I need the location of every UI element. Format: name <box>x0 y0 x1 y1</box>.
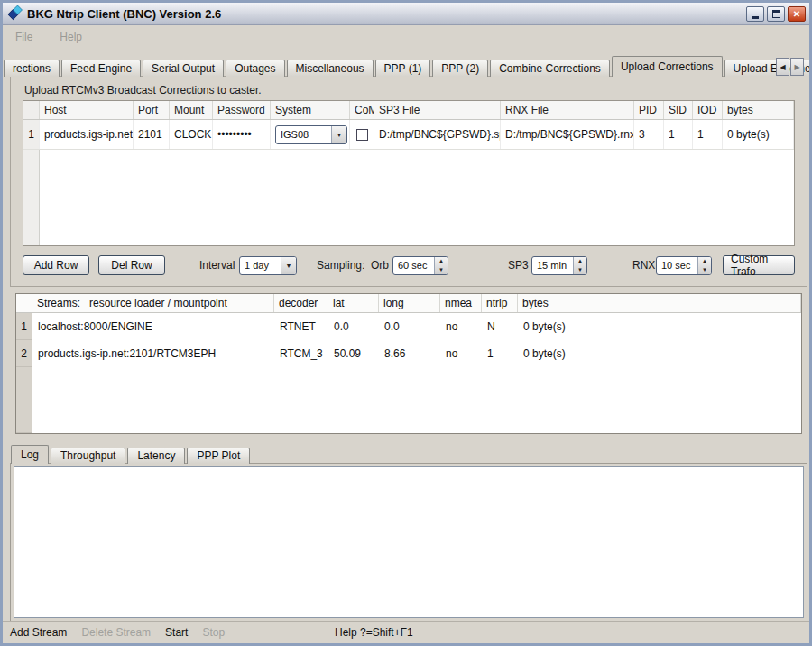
tab-scroll-buttons: ◀ ▶ <box>775 58 804 76</box>
upload-table-empty-area <box>23 150 794 245</box>
tab-scroll-left-icon[interactable]: ◀ <box>776 58 789 76</box>
menu-file[interactable]: File <box>12 29 36 45</box>
upload-corrections-table: Host Port Mount Password System CoM SP3 … <box>23 100 795 246</box>
spinner-arrows[interactable]: ▲ ▼ <box>573 257 586 274</box>
rnx-spinbox[interactable]: 10 sec ▲ ▼ <box>656 256 712 275</box>
spin-up-icon[interactable]: ▲ <box>698 257 711 266</box>
rnx-value: 10 sec <box>657 257 697 274</box>
rnx-label: RNX <box>632 259 655 272</box>
com-checkbox[interactable] <box>356 129 368 141</box>
lat-cell: 50.09 <box>328 340 379 367</box>
tab-latency[interactable]: Latency <box>127 448 185 464</box>
col-header-decoder: decoder <box>274 294 328 312</box>
stop-action[interactable]: Stop <box>202 626 225 639</box>
tab-upload-corrections[interactable]: Upload Corrections <box>612 56 723 77</box>
tab-feed-engine[interactable]: Feed Engine <box>61 60 141 77</box>
sp3-value: 15 min <box>532 257 573 274</box>
host-cell[interactable]: products.igs-ip.net <box>40 120 134 149</box>
col-header-host: Host <box>40 101 134 119</box>
log-output[interactable] <box>14 466 804 618</box>
spin-up-icon[interactable]: ▲ <box>435 257 448 266</box>
system-combobox[interactable]: IGS08 ▼ <box>275 125 347 144</box>
row-gutter <box>23 150 40 245</box>
col-header-pid: PID <box>634 101 664 119</box>
spin-down-icon[interactable]: ▼ <box>435 266 448 275</box>
sp3-file-cell[interactable]: D:/tmp/BNC${GPSWD}.sp3 <box>374 120 501 149</box>
tab-ppp-2[interactable]: PPP (2) <box>432 60 488 77</box>
spinner-arrows[interactable]: ▲ ▼ <box>697 257 711 274</box>
spin-down-icon[interactable]: ▼ <box>698 266 711 275</box>
bytes-cell: 0 byte(s) <box>723 120 794 149</box>
custom-trafo-button[interactable]: Custom Trafo <box>723 255 795 275</box>
header-corner <box>23 101 40 119</box>
add-stream-action[interactable]: Add Stream <box>10 626 67 639</box>
streams-table: Streams: resource loader / mountpoint de… <box>15 293 802 434</box>
ntrip-cell: N <box>482 313 518 340</box>
menu-bar: File Help <box>3 27 809 47</box>
close-button[interactable]: ✕ <box>788 6 806 22</box>
row-number: 1 <box>23 120 40 149</box>
nmea-cell: no <box>440 340 482 367</box>
chevron-down-icon[interactable]: ▼ <box>281 257 296 274</box>
sp3-label: SP3 <box>508 259 529 272</box>
del-row-button[interactable]: Del Row <box>98 255 165 275</box>
sp3-spinbox[interactable]: 15 min ▲ ▼ <box>531 256 587 275</box>
delete-stream-action[interactable]: Delete Stream <box>81 626 151 639</box>
stream-row[interactable]: 2 products.igs-ip.net:2101/RTCM3EPH RTCM… <box>16 340 801 367</box>
spinner-arrows[interactable]: ▲ ▼ <box>434 257 448 274</box>
lat-cell: 0.0 <box>328 313 379 340</box>
tab-miscellaneous[interactable]: Miscellaneous <box>287 60 374 77</box>
chevron-down-icon[interactable]: ▼ <box>331 126 346 143</box>
spin-down-icon[interactable]: ▼ <box>574 266 586 275</box>
tab-scroll-right-icon[interactable]: ▶ <box>790 58 804 76</box>
tab-broadcast-corrections[interactable]: rections <box>4 60 60 77</box>
port-cell[interactable]: 2101 <box>134 120 170 149</box>
add-row-button[interactable]: Add Row <box>23 255 89 275</box>
col-header-mountpoint: Streams: resource loader / mountpoint <box>32 294 274 312</box>
upload-description: Upload RTCMv3 Broadcast Corrections to c… <box>24 84 262 97</box>
tab-serial-output[interactable]: Serial Output <box>143 60 224 77</box>
pid-cell[interactable]: 3 <box>634 120 664 149</box>
title-bar[interactable]: BKG Ntrip Client (BNC) Version 2.6 ✕ <box>3 3 809 25</box>
tab-outages[interactable]: Outages <box>226 60 284 77</box>
rnx-file-cell[interactable]: D:/tmp/BNC${GPSWD}.rnx <box>501 120 634 149</box>
interval-combobox[interactable]: 1 day ▼ <box>239 256 297 275</box>
orb-label: Orb <box>371 259 389 272</box>
upload-table-row: 1 products.igs-ip.net 2101 CLOCK •••••••… <box>23 120 794 150</box>
long-cell: 0.0 <box>379 313 440 340</box>
interval-value: 1 day <box>240 257 281 274</box>
password-cell[interactable]: ••••••••• <box>213 120 271 149</box>
col-header-bytes: bytes <box>723 101 794 119</box>
mountpoint-cell: localhost:8000/ENGINE <box>32 313 274 340</box>
col-header-rnx-file: RNX File <box>501 101 634 119</box>
col-header-sid: SID <box>664 101 693 119</box>
maximize-button[interactable] <box>767 6 785 22</box>
bnc-window: BKG Ntrip Client (BNC) Version 2.6 ✕ Fil… <box>0 0 812 646</box>
streams-empty-area <box>16 367 801 433</box>
sid-cell[interactable]: 1 <box>664 120 693 149</box>
ntrip-cell: 1 <box>482 340 518 367</box>
system-value: IGS08 <box>276 126 331 143</box>
upload-controls: Add Row Del Row Interval 1 day ▼ Samplin… <box>23 255 795 277</box>
com-cell <box>350 120 374 149</box>
orb-spinbox[interactable]: 60 sec ▲ ▼ <box>392 256 448 275</box>
mount-cell[interactable]: CLOCK <box>170 120 213 149</box>
decoder-cell: RTCM_3 <box>274 340 328 367</box>
minimize-button[interactable] <box>746 6 764 22</box>
tab-throughput[interactable]: Throughput <box>51 448 125 464</box>
tab-ppp-1[interactable]: PPP (1) <box>375 60 431 77</box>
bottom-tabbar: Log Throughput Latency PPP Plot <box>11 445 252 464</box>
minimize-icon <box>752 16 759 19</box>
iod-cell[interactable]: 1 <box>693 120 723 149</box>
sampling-label: Sampling: <box>317 259 364 272</box>
bnc-app-icon <box>6 5 23 22</box>
spin-up-icon[interactable]: ▲ <box>574 257 586 266</box>
tab-log[interactable]: Log <box>11 445 49 464</box>
tab-combine-corrections[interactable]: Combine Corrections <box>490 60 610 77</box>
stream-row[interactable]: 1 localhost:8000/ENGINE RTNET 0.0 0.0 no… <box>16 313 801 340</box>
start-action[interactable]: Start <box>165 626 188 639</box>
orb-value: 60 sec <box>393 257 434 274</box>
row-number: 1 <box>16 313 32 340</box>
tab-ppp-plot[interactable]: PPP Plot <box>187 448 250 464</box>
menu-help[interactable]: Help <box>56 29 86 45</box>
